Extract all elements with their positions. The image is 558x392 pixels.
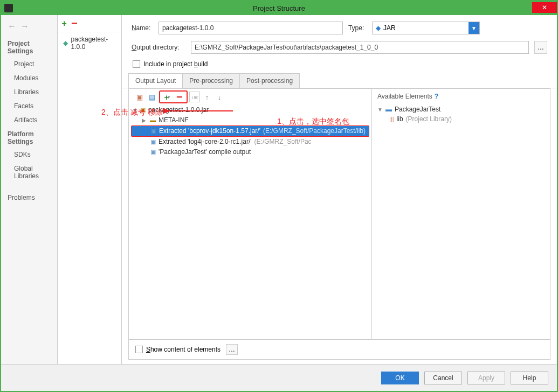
tree-metainf[interactable]: ▶ ▬ META-INF bbox=[129, 115, 371, 125]
browse-button[interactable]: … bbox=[534, 41, 547, 54]
show-content-row: Show content of elements … bbox=[129, 339, 550, 359]
artifact-name: packagetest-1.0.0 bbox=[71, 36, 116, 51]
move-up-icon[interactable]: ↑ bbox=[202, 92, 212, 102]
nav-item-facets[interactable]: Facets bbox=[1, 99, 57, 113]
tree-extracted-bcprov[interactable]: ▣ Extracted 'bcprov-jdk15on-1.57.jar/' (… bbox=[131, 125, 369, 137]
nav-item-sdks[interactable]: SDKs bbox=[1, 148, 57, 162]
type-value: JAR bbox=[383, 24, 396, 32]
nav-item-modules[interactable]: Modules bbox=[1, 71, 57, 85]
nav-item-project[interactable]: Project bbox=[1, 57, 57, 71]
nav-item-libraries[interactable]: Libraries bbox=[1, 85, 57, 99]
add-element-icon[interactable]: +▾ bbox=[162, 92, 173, 102]
window-title: Project Structure bbox=[1, 4, 557, 12]
annotation-redbox-toolbar: +▾ − bbox=[159, 90, 188, 103]
folder-icon: ▬ bbox=[150, 117, 156, 123]
show-content-label: Show content of elements bbox=[146, 346, 221, 353]
library-icon: ||| bbox=[389, 116, 394, 122]
titlebar: Project Structure ✕ bbox=[1, 1, 557, 15]
tab-pre-processing[interactable]: Pre-processing bbox=[182, 73, 240, 88]
layout-toolbar: ▣ ▤ +▾ − ↓az ↑ ↓ bbox=[129, 89, 371, 105]
module-icon: ▬ bbox=[385, 106, 392, 113]
available-header-label: Available Elements bbox=[377, 93, 432, 100]
nav-item-artifacts[interactable]: Artifacts bbox=[1, 113, 57, 127]
tabs: Output Layout Pre-processing Post-proces… bbox=[122, 73, 557, 88]
module-icon: ▣ bbox=[150, 149, 156, 156]
help-button[interactable]: Help bbox=[511, 372, 548, 384]
tree-root[interactable]: ▼ ▣ packagetest-1.0.0.jar bbox=[129, 105, 371, 115]
artifact-list-panel: + − ◆ packagetest-1.0.0 bbox=[58, 15, 122, 364]
collapse-icon[interactable]: ▼ bbox=[132, 107, 137, 113]
output-layout-container: ▣ ▤ +▾ − ↓az ↑ ↓ bbox=[128, 88, 550, 360]
name-label: Name: bbox=[132, 24, 153, 32]
tab-output-layout[interactable]: Output Layout bbox=[128, 73, 183, 88]
apply-button[interactable]: Apply bbox=[467, 372, 505, 384]
extract-icon: ▣ bbox=[151, 128, 156, 135]
include-build-checkbox[interactable] bbox=[133, 60, 140, 68]
available-lib[interactable]: ||| lib (Project Library) bbox=[375, 114, 547, 124]
type-select[interactable]: ◆ JAR ▼ bbox=[372, 22, 480, 34]
output-dir-label: Output directory: bbox=[132, 44, 185, 51]
sort-icon[interactable]: ↓az bbox=[189, 92, 200, 102]
artifact-toolbar: + − bbox=[58, 15, 121, 32]
nav-section-project: Project Settings bbox=[1, 37, 57, 57]
type-label: Type: bbox=[348, 24, 367, 32]
help-icon[interactable]: ? bbox=[435, 93, 438, 100]
artifact-list-item[interactable]: ◆ packagetest-1.0.0 bbox=[58, 32, 121, 54]
nav-item-global-libraries[interactable]: Global Libraries bbox=[1, 162, 57, 183]
name-input[interactable] bbox=[159, 22, 343, 34]
nav-section-platform: Platform Settings bbox=[1, 127, 57, 148]
left-nav: ← → Project Settings Project Modules Lib… bbox=[1, 15, 58, 364]
dropdown-icon[interactable]: ▼ bbox=[469, 22, 479, 34]
expand-icon[interactable]: ▶ bbox=[142, 117, 147, 123]
extract-icon: ▣ bbox=[150, 138, 156, 145]
output-dir-input[interactable] bbox=[191, 41, 529, 54]
content-options-button[interactable]: … bbox=[226, 344, 238, 355]
cancel-button[interactable]: Cancel bbox=[424, 372, 462, 384]
layout-tree[interactable]: ▼ ▣ packagetest-1.0.0.jar ▶ ▬ META-INF bbox=[129, 105, 371, 339]
nav-forward-icon[interactable]: → bbox=[20, 22, 29, 31]
show-content-checkbox[interactable] bbox=[135, 346, 143, 353]
jar-icon: ▣ bbox=[140, 107, 146, 114]
remove-element-icon[interactable]: − bbox=[174, 92, 185, 102]
jar-icon: ◆ bbox=[63, 39, 68, 47]
tab-post-processing[interactable]: Post-processing bbox=[239, 73, 300, 88]
nav-back-icon[interactable]: ← bbox=[8, 22, 16, 31]
available-project[interactable]: ▼ ▬ PackageJarTest bbox=[375, 104, 547, 114]
include-build-label: Include in project build bbox=[143, 60, 208, 68]
ok-button[interactable]: OK bbox=[381, 372, 419, 384]
collapse-icon[interactable]: ▼ bbox=[377, 107, 383, 113]
tree-compile-output[interactable]: ▣ 'PackageJarTest' compile output bbox=[129, 147, 371, 157]
available-elements-panel: Available Elements ? ▼ ▬ PackageJarTest bbox=[372, 89, 550, 339]
nav-item-problems[interactable]: Problems bbox=[1, 191, 57, 205]
move-down-icon[interactable]: ↓ bbox=[214, 92, 225, 102]
tree-extracted-log4j[interactable]: ▣ Extracted 'log4j-core-2.0-rc1.jar/' (E… bbox=[129, 137, 371, 147]
tool-icon-2[interactable]: ▤ bbox=[147, 92, 157, 102]
add-artifact-icon[interactable]: + bbox=[62, 19, 67, 29]
window-body: ← → Project Settings Project Modules Lib… bbox=[1, 15, 557, 364]
remove-artifact-icon[interactable]: − bbox=[71, 17, 78, 30]
new-folder-icon[interactable]: ▣ bbox=[134, 92, 145, 102]
jar-type-icon: ◆ bbox=[376, 24, 381, 32]
dialog-button-bar: OK Cancel Apply Help bbox=[1, 364, 557, 391]
layout-tree-panel: ▣ ▤ +▾ − ↓az ↑ ↓ bbox=[129, 89, 372, 339]
project-structure-window: Project Structure ✕ ← → Project Settings… bbox=[1, 1, 557, 391]
right-panel: Name: Type: ◆ JAR ▼ Output directory: … bbox=[122, 15, 557, 364]
